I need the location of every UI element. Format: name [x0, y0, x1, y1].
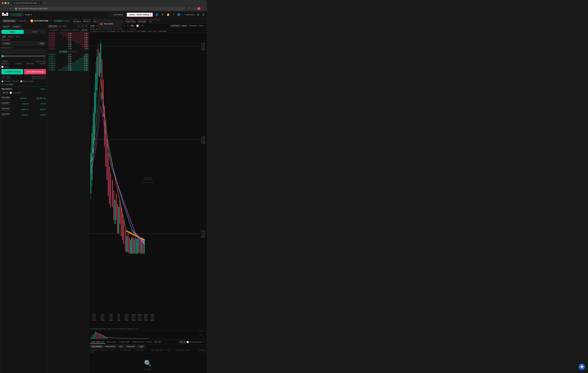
style-original-btn[interactable]: Original — [181, 25, 187, 27]
leverage-btn[interactable]: 10.00X ▾ — [12, 25, 22, 28]
orders-tab-bots[interactable]: Bots 7 — [153, 340, 162, 343]
bbo-btn[interactable]: BBO — [39, 42, 45, 45]
ob-bid-row-8[interactable]: 17,011.8 1.28 8.53 — [47, 69, 89, 71]
ob-ask-row-4[interactable]: 17,019.2 0.81 4.65 — [47, 39, 89, 41]
close-window-btn[interactable] — [2, 2, 4, 4]
url-bar[interactable]: 🔒 okx.com/trade-futures/btc-usdt-221209 — [13, 7, 185, 10]
crosshair-tool-btn[interactable]: ✛ — [134, 25, 136, 27]
demo-trading-badge[interactable]: Demo trading — [10, 13, 23, 16]
add-tab-btn[interactable]: + — [44, 2, 45, 4]
open-btn[interactable]: Open — [1, 30, 24, 34]
vol-eye-icon[interactable]: 👁 — [135, 328, 137, 329]
tpsl-checkbox[interactable] — [1, 66, 3, 68]
star-icon[interactable]: ☆ — [191, 7, 193, 10]
price-input[interactable] — [2, 42, 38, 45]
style-tradingview-btn[interactable]: TradingView — [188, 25, 198, 27]
ob-bid-row-5[interactable]: 17,015.9 1.08 4.76 — [47, 62, 89, 65]
close-btn[interactable]: Close — [24, 30, 46, 34]
filter-tab-advanced[interactable]: Advanced limit — [104, 345, 117, 348]
ma-close-icon[interactable]: ✕ — [127, 28, 128, 30]
fees-btn[interactable]: 💲 Fees — [13, 80, 19, 82]
ob-ask-row-5[interactable]: 17,018.7 1.15 3.84 — [47, 41, 89, 43]
mover-row-eth1[interactable]: ETH/USDT 12/06, 13:40 Large buy 610,893 — [1, 107, 46, 112]
minimize-window-btn[interactable] — [5, 2, 7, 4]
orders-tab-pos-history[interactable]: Position history — [131, 340, 145, 343]
style-depth-btn[interactable]: Depth — [198, 25, 204, 27]
position-builder-btn[interactable]: 📊 Position builder — [20, 80, 33, 82]
tf-1w[interactable]: 1W — [130, 25, 134, 27]
orders-tab-open[interactable]: Open orders 0 — [90, 340, 105, 344]
ob-size-select[interactable]: 0.1 — [81, 29, 88, 32]
pen-tool-btn[interactable]: ✏ — [140, 25, 141, 27]
orders-all-select[interactable]: All — [179, 340, 186, 343]
ob-tab-trades[interactable]: Last trades — [58, 25, 67, 27]
bell-icon[interactable]: 🔔 — [166, 12, 170, 17]
ob-bid-row-2[interactable]: 17,017.4 0.80 1.87 — [47, 56, 89, 58]
ob-view-both[interactable]: ≡ — [77, 25, 80, 27]
download-icon[interactable]: ⬇ — [161, 12, 164, 17]
ob-bid-row-1[interactable]: 17,017.5 1.07 1.07 — [47, 54, 89, 56]
pair-selector[interactable]: ₿ BTCUSDT1209 ▾ ℹ — [30, 19, 52, 22]
price-type-selector[interactable]: Last Price ▾ — [170, 24, 181, 27]
ob-bid-row-7[interactable]: 17,013.6 1.26 7.25 — [47, 66, 89, 69]
current-instrument-checkbox[interactable] — [187, 341, 189, 343]
chart-tab-chart[interactable]: Chart — [90, 24, 95, 27]
filter-tab-limit-market[interactable]: Limit | Market — [90, 345, 103, 348]
ob-ask-row-7[interactable]: 17,017.7 0.90 2.00 — [47, 45, 89, 47]
assets-demo-btn[interactable]: Assets – Demo trading ▾ — [127, 12, 153, 17]
information-btn[interactable]: ℹ Information — [185, 14, 195, 16]
mover-row-yfii[interactable]: YFII/USDT 12/06, 13:41 Large buy 66,622 — [1, 101, 46, 107]
ob-bid-row-6[interactable]: 17,015.0 1.23 5.99 — [47, 65, 89, 66]
filter-tab-trigger[interactable]: Trigger — [137, 345, 145, 348]
orders-more-icon[interactable]: ⋮ — [203, 341, 206, 343]
mover-row-knc[interactable]: KNC/USDT 12/06, 13:41 Large buy 369,587,… — [1, 96, 46, 101]
tab-close-icon[interactable]: ✕ — [39, 2, 40, 4]
limit-tab[interactable]: Limit — [1, 35, 6, 38]
movers-more-btn[interactable]: More > — [41, 88, 46, 90]
go-live-link[interactable]: Go to live trading — [1, 83, 46, 85]
refresh-btn[interactable]: ↻ — [10, 7, 12, 10]
ob-ask-row-2[interactable]: 17,020.7 1.02 7.10 — [47, 34, 89, 37]
ob-ask-row-3[interactable]: 17,019.6 1.43 6.08 — [47, 37, 89, 39]
my-assets-item[interactable]: 💼 My assets — [97, 21, 122, 27]
ob-view-asks[interactable]: ≡ — [81, 25, 84, 27]
live-trading-btn[interactable]: ← Live trading — [108, 13, 125, 17]
layout-icon[interactable]: ⊞ — [196, 12, 200, 17]
short-btn[interactable]: Short (Demo trading) — [24, 69, 46, 74]
orders-tab-assets[interactable]: Assets — [145, 340, 153, 343]
extension-icon[interactable]: ⬡ — [194, 7, 196, 10]
current-pair-checkbox[interactable] — [10, 92, 12, 94]
user-icon[interactable]: 👤 — [155, 12, 159, 17]
filter-tab-trailing[interactable]: Trailing stop — [125, 345, 136, 348]
market-tab[interactable]: Market — [7, 35, 14, 38]
ob-tab-book[interactable]: Order book — [49, 25, 57, 27]
forward-btn[interactable]: → — [7, 7, 9, 10]
mover-row-eth2[interactable]: ETH/USDT 12/06, ... Large buy 513,522 — [1, 112, 46, 118]
amount-input[interactable] — [1, 49, 46, 54]
amount-slider[interactable] — [1, 55, 46, 57]
calculator-btn[interactable]: 🔢 Calculator — [1, 80, 11, 82]
settings-icon[interactable]: ⚙ — [201, 12, 205, 17]
tf-4h[interactable]: 4h — [126, 25, 129, 27]
filter-tab-stop[interactable]: Stop — [117, 345, 124, 348]
indicator-tool-btn[interactable]: ⚙ — [142, 25, 144, 27]
ma20-btn[interactable]: ⊙ — [124, 28, 126, 30]
ob-ask-row-6[interactable]: 17,018.2 0.69 2.69 — [47, 43, 89, 45]
manual-trading-btn[interactable]: Manual trading — [2, 19, 17, 22]
draw-tool-btn[interactable]: 📈 — [136, 25, 139, 27]
col-cancel-all[interactable]: Cancel all — [196, 349, 206, 353]
cross-btn[interactable]: Cross ▾ — [1, 25, 11, 28]
ob-ask-row-8[interactable]: 17,017.6 1.10 1.10 — [47, 47, 89, 50]
stop-tab[interactable]: Stop — [15, 35, 20, 38]
help-icon[interactable]: ? — [172, 13, 175, 17]
back-btn[interactable]: ← — [3, 7, 5, 10]
chart-expand-btn[interactable]: ⛶ — [204, 25, 206, 27]
trade-menu[interactable]: Trade ▾ — [25, 13, 32, 16]
ob-view-bids[interactable]: ≡ — [84, 25, 88, 27]
orders-tab-history[interactable]: Order history — [106, 340, 118, 343]
share-icon[interactable]: ⬆ — [188, 7, 190, 10]
long-btn[interactable]: Long (Demo trading) — [1, 69, 23, 74]
ob-ask-row-1[interactable]: 17,022.0 0.86 7.96 — [47, 32, 89, 34]
profile-icon[interactable]: J — [197, 7, 200, 10]
maximize-window-btn[interactable] — [7, 2, 9, 4]
